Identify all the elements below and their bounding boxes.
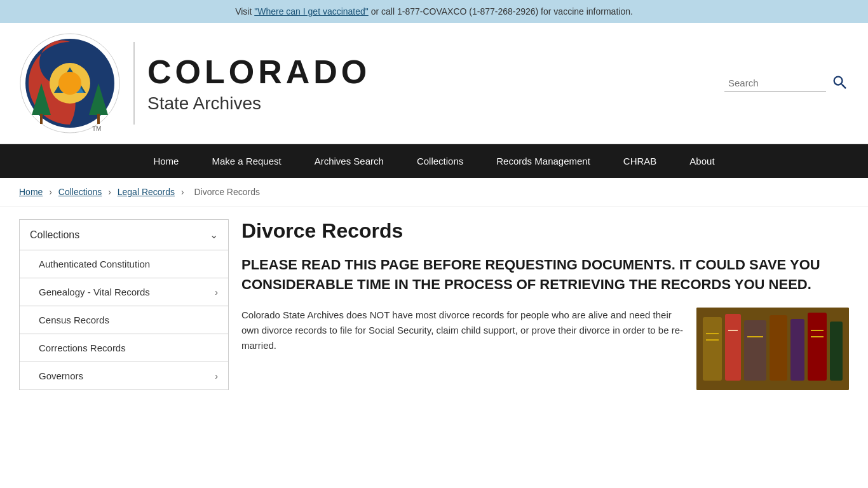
- svg-rect-17: [808, 313, 827, 381]
- content-body: Colorado State Archives does NOT have mo…: [241, 308, 849, 390]
- logo-area: TM COLORADO State Archives: [19, 32, 370, 134]
- sidebar-item-label: Authenticated Constitution: [39, 259, 150, 269]
- page-title: Divorce Records: [241, 219, 849, 243]
- nav-home[interactable]: Home: [137, 144, 195, 178]
- banner-text-after: or call 1-877-COVAXCO (1-877-268-2926) f…: [371, 6, 633, 17]
- nav-chrab[interactable]: CHRAB: [607, 144, 674, 178]
- svg-rect-24: [811, 336, 824, 337]
- svg-point-5: [58, 72, 81, 95]
- sidebar-item-governors[interactable]: Governors ›: [19, 362, 229, 390]
- breadcrumb-sep-3: ›: [181, 187, 187, 197]
- banner-text-before: Visit: [235, 6, 254, 17]
- header-divider: [133, 42, 135, 125]
- breadcrumb-current: Divorce Records: [194, 187, 259, 197]
- sidebar-item-label: Census Records: [39, 315, 109, 325]
- chevron-right-icon: ›: [215, 371, 218, 381]
- search-area: [724, 74, 849, 93]
- svg-rect-21: [747, 336, 763, 337]
- svg-rect-16: [790, 319, 804, 381]
- content-area: Collections ⌄ Authenticated Constitution…: [0, 207, 868, 409]
- svg-rect-9: [97, 114, 100, 124]
- breadcrumb-collections[interactable]: Collections: [58, 187, 102, 197]
- body-text: Colorado State Archives does NOT have mo…: [241, 308, 684, 390]
- content-image: [696, 308, 849, 390]
- site-name-main: COLORADO: [147, 53, 370, 91]
- nav-collections[interactable]: Collections: [400, 144, 480, 178]
- svg-rect-12: [703, 317, 722, 381]
- sidebar-item-genealogy-vital-records[interactable]: Genealogy - Vital Records ›: [19, 278, 229, 306]
- svg-rect-14: [744, 320, 766, 381]
- sidebar-collections-toggle[interactable]: Collections ⌄: [19, 219, 229, 250]
- sidebar-item-label: Governors: [39, 370, 83, 381]
- search-icon: [831, 74, 849, 92]
- site-title: COLORADO State Archives: [147, 53, 370, 114]
- banner-link[interactable]: "Where can I get vaccinated": [254, 6, 369, 17]
- sidebar-title: Collections: [30, 229, 79, 241]
- chevron-right-icon: ›: [215, 287, 218, 297]
- notice-text: PLEASE READ THIS PAGE BEFORE REQUESTING …: [241, 255, 849, 295]
- breadcrumb-sep-2: ›: [108, 187, 114, 197]
- sidebar-item-label: Corrections Records: [39, 342, 126, 353]
- search-input[interactable]: [724, 75, 826, 92]
- main-nav: Home Make a Request Archives Search Coll…: [0, 144, 868, 178]
- chevron-down-icon: ⌄: [210, 229, 218, 241]
- sidebar-item-corrections-records[interactable]: Corrections Records: [19, 334, 229, 362]
- sidebar-item-authenticated-constitution[interactable]: Authenticated Constitution: [19, 250, 229, 278]
- svg-rect-20: [706, 339, 719, 341]
- site-name-sub: State Archives: [147, 93, 370, 114]
- nav-make-request[interactable]: Make a Request: [195, 144, 297, 178]
- svg-rect-23: [811, 330, 824, 331]
- svg-rect-13: [725, 314, 741, 381]
- svg-rect-22: [728, 330, 738, 331]
- nav-archives-search[interactable]: Archives Search: [298, 144, 400, 178]
- nav-records-management[interactable]: Records Management: [480, 144, 607, 178]
- svg-rect-15: [770, 315, 787, 381]
- breadcrumb-legal-records[interactable]: Legal Records: [118, 187, 175, 197]
- sidebar: Collections ⌄ Authenticated Constitution…: [19, 219, 229, 390]
- sidebar-item-census-records[interactable]: Census Records: [19, 306, 229, 334]
- nav-about[interactable]: About: [673, 144, 731, 178]
- colorado-logo[interactable]: TM: [19, 32, 121, 134]
- header: TM COLORADO State Archives: [0, 23, 868, 144]
- main-content: Divorce Records PLEASE READ THIS PAGE BE…: [241, 219, 849, 390]
- breadcrumb-sep-1: ›: [49, 187, 55, 197]
- sidebar-item-label: Genealogy - Vital Records: [39, 287, 150, 297]
- svg-rect-19: [706, 333, 719, 334]
- search-button[interactable]: [831, 74, 849, 93]
- breadcrumb-home[interactable]: Home: [19, 187, 43, 197]
- top-banner: Visit "Where can I get vaccinated" or ca…: [0, 0, 868, 23]
- svg-rect-18: [830, 322, 843, 381]
- svg-rect-7: [40, 114, 43, 124]
- svg-text:TM: TM: [92, 125, 101, 132]
- breadcrumb: Home › Collections › Legal Records › Div…: [0, 178, 868, 207]
